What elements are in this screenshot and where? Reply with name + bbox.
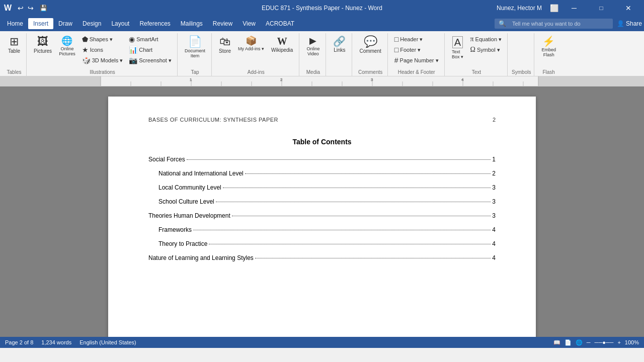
ribbon-group-links: 🔗 Links xyxy=(327,33,352,76)
menu-draw[interactable]: Draw xyxy=(53,18,77,29)
ribbon-group-tap: 📄 DocumentItem Tap xyxy=(179,33,212,76)
tell-me-input[interactable] xyxy=(508,20,609,28)
toc-text-frameworks: Frameworks xyxy=(158,226,192,233)
web-layout-button[interactable]: 🌐 xyxy=(576,339,583,346)
toc-text-nature: Nature of Learning and Learning Styles xyxy=(148,254,254,261)
store-button[interactable]: 🛍 Store xyxy=(216,34,234,56)
page-number-button[interactable]: # Page Number ▾ xyxy=(392,55,441,65)
symbols-group-label: Symbols xyxy=(512,68,531,75)
ribbon-items-text: A TextBox ▾ π Equation ▾ Ω Symbol ▾ xyxy=(449,34,505,68)
page-number-label: Page Number ▾ xyxy=(400,57,439,64)
3d-models-label: 3D Models ▾ xyxy=(92,57,123,64)
document-item-button[interactable]: 📄 DocumentItem xyxy=(182,34,208,60)
equation-icon: π xyxy=(470,35,474,43)
my-addins-button[interactable]: 📦 My Add-ins ▾ xyxy=(235,34,267,53)
toc-dots-theories xyxy=(232,216,491,216)
menu-design[interactable]: Design xyxy=(77,18,106,29)
icons-button[interactable]: ★ Icons xyxy=(79,45,126,55)
zoom-in-button[interactable]: + xyxy=(617,339,620,345)
document-area[interactable]: BASES OF CURRICULUM: SYNTHESIS PAPER 2 T… xyxy=(0,86,644,337)
chart-button[interactable]: 📊 Chart xyxy=(126,45,174,55)
wikipedia-button[interactable]: W Wikipedia xyxy=(268,34,296,55)
menu-home[interactable]: Home xyxy=(2,18,28,29)
ribbon-items-links: 🔗 Links xyxy=(330,34,349,74)
menu-acrobat[interactable]: ACROBAT xyxy=(261,18,299,29)
title-bar: W ↩ ↪ 💾 EDUC 871 - Synthesis Paper - Nun… xyxy=(0,0,644,16)
equation-button[interactable]: π Equation ▾ xyxy=(468,34,505,44)
symbol-button[interactable]: Ω Symbol ▾ xyxy=(468,45,505,55)
3d-models-button[interactable]: 🎲 3D Models ▾ xyxy=(79,55,126,65)
toc-page-frameworks: 4 xyxy=(492,226,496,233)
close-button[interactable]: ✕ xyxy=(617,0,640,16)
my-addins-icon: 📦 xyxy=(246,36,257,45)
document-title: EDUC 871 - Synthesis Paper - Nunez - Wor… xyxy=(262,5,382,12)
read-mode-button[interactable]: 📖 xyxy=(553,339,560,346)
text-box-icon: A xyxy=(452,36,463,48)
illustrations-column2: ◉ SmartArt 📊 Chart 📷 Screenshot ▾ xyxy=(126,34,174,65)
table-button[interactable]: ⊞ Table xyxy=(5,34,23,56)
ribbon-group-symbols: Symbols xyxy=(509,33,534,76)
online-video-button[interactable]: ▶ OnlineVideo xyxy=(303,34,323,58)
header-footer-column: □ Header ▾ □ Footer ▾ # Page Number ▾ xyxy=(392,34,441,65)
page-number-display: 2 xyxy=(493,117,496,123)
footer-button[interactable]: □ Footer ▾ xyxy=(392,45,441,55)
my-addins-label: My Add-ins ▾ xyxy=(238,46,264,51)
menu-references[interactable]: References xyxy=(134,18,175,29)
document-item-label: DocumentItem xyxy=(185,48,205,58)
search-bar[interactable]: 🔍 xyxy=(495,19,613,29)
ruler: 1 2 3 4 xyxy=(0,76,644,86)
shapes-button[interactable]: ⬟ Shapes ▾ xyxy=(79,34,126,44)
pictures-button[interactable]: 🖼 Pictures xyxy=(31,34,55,56)
svg-text:4: 4 xyxy=(461,77,464,82)
comment-button[interactable]: 💬 Comment xyxy=(356,34,384,56)
menu-view[interactable]: View xyxy=(237,18,261,29)
svg-text:2: 2 xyxy=(280,77,283,82)
store-icon: 🛍 xyxy=(219,36,230,47)
ribbon-group-media: ▶ OnlineVideo Media xyxy=(300,33,326,76)
ribbon-items-header-footer: □ Header ▾ □ Footer ▾ # Page Number ▾ xyxy=(392,34,441,68)
online-pictures-button[interactable]: 🌐 OnlinePictures xyxy=(56,34,78,58)
search-icon: 🔍 xyxy=(499,20,506,27)
menu-insert[interactable]: Insert xyxy=(28,18,53,29)
online-video-label: OnlineVideo xyxy=(306,46,319,56)
header-button[interactable]: □ Header ▾ xyxy=(392,34,441,44)
print-layout-button[interactable]: 📄 xyxy=(565,339,572,346)
svg-text:3: 3 xyxy=(371,77,373,82)
title-bar-left: W ↩ ↪ 💾 xyxy=(4,4,47,13)
menu-layout[interactable]: Layout xyxy=(106,18,134,29)
undo-button[interactable]: ↩ xyxy=(18,4,24,12)
equation-label: Equation ▾ xyxy=(475,36,502,43)
pictures-icon: 🖼 xyxy=(37,36,48,47)
ribbon-display-button[interactable]: ⬜ xyxy=(550,4,558,12)
toc-entry-nature: Nature of Learning and Learning Styles 4 xyxy=(148,254,496,261)
zoom-out-button[interactable]: ─ xyxy=(587,339,591,345)
maximize-button[interactable]: □ xyxy=(590,0,613,16)
screenshot-button[interactable]: 📷 Screenshot ▾ xyxy=(126,55,174,65)
word-logo-icon: W xyxy=(4,4,12,13)
toc-text-social-forces: Social Forces xyxy=(148,156,185,163)
svg-rect-2 xyxy=(538,76,644,86)
menu-review[interactable]: Review xyxy=(208,18,237,29)
zoom-slider[interactable]: ──●── xyxy=(595,339,614,345)
table-label: Table xyxy=(8,48,20,54)
title-bar-right: Nunez, Hector M ⬜ ─ □ ✕ xyxy=(497,0,640,16)
embed-flash-label: EmbedFlash xyxy=(541,47,556,57)
share-label[interactable]: Share xyxy=(626,20,642,27)
embed-flash-button[interactable]: ⚡ EmbedFlash xyxy=(538,34,559,59)
menu-mailings[interactable]: Mailings xyxy=(176,18,208,29)
page-number-icon: # xyxy=(394,56,398,64)
ribbon-group-text: A TextBox ▾ π Equation ▾ Ω Symbol ▾ Text xyxy=(446,33,508,76)
embed-flash-icon: ⚡ xyxy=(542,36,555,46)
tables-group-label: Tables xyxy=(5,68,23,75)
ribbon-items-tables: ⊞ Table xyxy=(5,34,23,68)
autosave-button[interactable]: 💾 xyxy=(40,5,47,12)
smartart-button[interactable]: ◉ SmartArt xyxy=(126,34,174,44)
comment-icon: 💬 xyxy=(364,36,377,47)
addins-group-label: Add-ins xyxy=(216,68,296,75)
minimize-button[interactable]: ─ xyxy=(562,0,586,16)
redo-button[interactable]: ↪ xyxy=(28,4,34,12)
online-pictures-icon: 🌐 xyxy=(61,36,72,45)
text-box-button[interactable]: A TextBox ▾ xyxy=(449,34,467,61)
header-label: Header ▾ xyxy=(400,36,423,43)
links-button[interactable]: 🔗 Links xyxy=(330,34,349,55)
